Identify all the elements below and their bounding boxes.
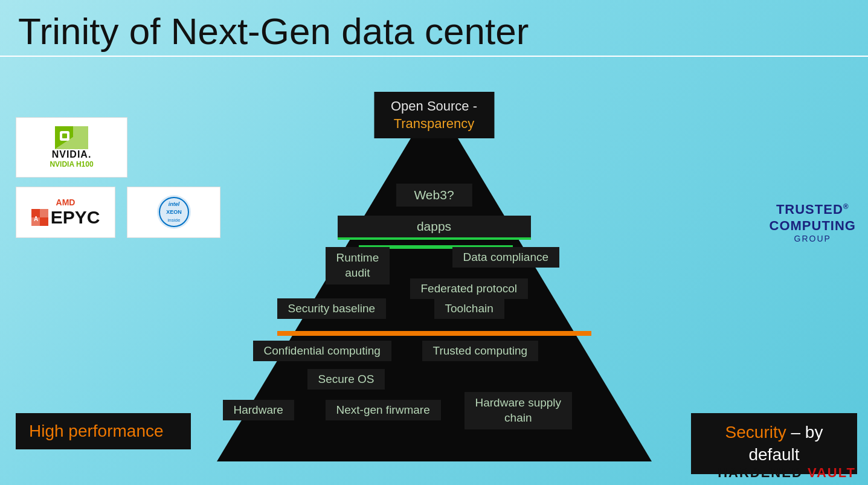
trusted-group-sub: GROUP bbox=[770, 234, 856, 243]
row-toolchain: Toolchain bbox=[434, 298, 504, 319]
intel-icon: intel XEON inside bbox=[147, 193, 201, 232]
high-performance-label-orange: High performance bbox=[29, 422, 164, 440]
row-federated-protocol: Federated protocol bbox=[410, 278, 529, 299]
page-title: Trinity of Next-Gen data center bbox=[0, 0, 868, 56]
brand-black: HARDENED bbox=[718, 465, 803, 480]
svg-rect-11 bbox=[40, 217, 48, 226]
amd-top-label: AMD bbox=[31, 198, 100, 207]
trusted-computing-group-logo: TRUSTED® COMPUTING GROUP bbox=[770, 202, 856, 243]
row-hardware: Hardware bbox=[223, 400, 294, 420]
amd-icon: A bbox=[31, 209, 48, 226]
amd-main-label: EPYC bbox=[51, 207, 100, 228]
row-data-compliance: Data compliance bbox=[452, 247, 560, 268]
main-content: Open Source - Transparency Web3? dapps R… bbox=[0, 57, 868, 485]
row-secure-os: Secure OS bbox=[307, 369, 385, 390]
row-trusted-computing: Trusted computing bbox=[422, 341, 539, 361]
row-web3: Web3? bbox=[396, 184, 472, 207]
intel-logo-box: intel XEON inside bbox=[127, 187, 220, 238]
pyramid-container: Open Source - Transparency Web3? dapps R… bbox=[205, 63, 664, 474]
apex-line1: Open Source - bbox=[391, 98, 477, 114]
hardened-vault-brand: HARDENED VAULT bbox=[718, 465, 856, 481]
security-label-orange: Security bbox=[725, 423, 786, 442]
apex-label: Open Source - Transparency bbox=[374, 92, 494, 138]
row-security-baseline: Security baseline bbox=[277, 298, 387, 319]
svg-rect-9 bbox=[40, 209, 48, 217]
row-supply-chain: Hardware supply chain bbox=[465, 392, 573, 429]
apex-line2: Transparency bbox=[394, 116, 475, 131]
row-dapps: dapps bbox=[338, 216, 531, 240]
brand-red: VAULT bbox=[808, 465, 856, 480]
high-performance-box: High performance bbox=[16, 413, 191, 449]
svg-text:A: A bbox=[34, 216, 38, 222]
svg-text:XEON: XEON bbox=[166, 209, 182, 215]
svg-rect-7 bbox=[62, 133, 67, 138]
trusted-group-text: TRUSTED® COMPUTING bbox=[770, 202, 856, 234]
row-confidential-computing: Confidential computing bbox=[253, 341, 391, 361]
svg-text:intel: intel bbox=[168, 201, 179, 207]
nvidia-logo-box: NVIDIA. NVIDIA H100 bbox=[16, 117, 127, 178]
nvidia-label: NVIDIA. bbox=[52, 149, 92, 160]
svg-text:inside: inside bbox=[167, 217, 180, 223]
nvidia-icon bbox=[55, 126, 88, 149]
nvidia-sub-label: NVIDIA H100 bbox=[50, 160, 93, 169]
row-runtime-audit: Runtime audit bbox=[326, 247, 390, 284]
amd-logo-box: AMD A EPYC bbox=[16, 187, 115, 238]
row-firmware: Next-gen firwmare bbox=[326, 400, 441, 420]
